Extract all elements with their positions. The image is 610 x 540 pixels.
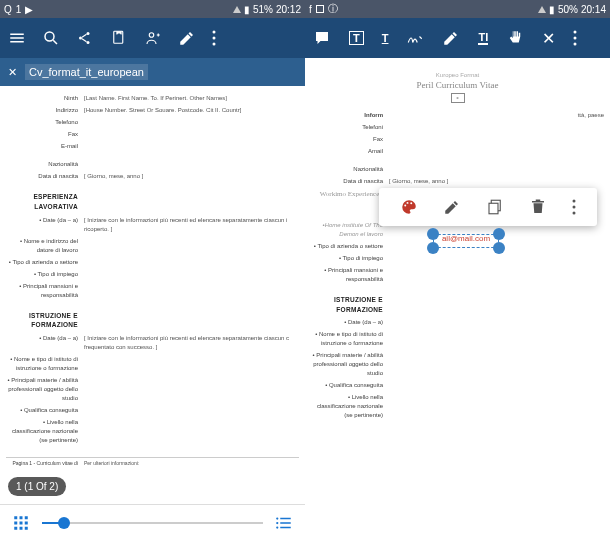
palette-icon[interactable] (400, 198, 418, 216)
field-label: • Principali mansioni e responsabilità (6, 282, 84, 300)
svg-point-24 (404, 205, 406, 207)
field-label: • Qualifica conseguita (311, 381, 389, 390)
share-icon[interactable] (76, 29, 94, 47)
delete-icon[interactable] (529, 198, 547, 216)
status-time: 20:14 (581, 4, 606, 15)
field-label: • Principali materie / abilità professio… (311, 351, 389, 378)
close-tab-icon[interactable]: ✕ (8, 66, 17, 79)
menu-icon[interactable] (8, 29, 26, 47)
list-icon[interactable] (275, 514, 293, 532)
text-insert-icon[interactable]: TI (478, 31, 488, 45)
svg-rect-10 (20, 516, 23, 519)
svg-point-7 (213, 37, 216, 40)
add-user-icon[interactable] (144, 29, 162, 47)
section-title: Istruzione e formazione (311, 295, 389, 315)
field-value: [House Number. Street Or Souare. Postcod… (84, 106, 299, 115)
svg-point-0 (45, 32, 54, 41)
selection-context-menu (379, 188, 597, 226)
resize-handle-br[interactable] (493, 242, 505, 254)
field-label: • Tipo di impiego (311, 254, 389, 263)
field-label: E-mail (6, 142, 84, 151)
svg-point-22 (574, 37, 577, 40)
svg-point-31 (573, 212, 576, 215)
status-bar: Q 1 ▶ ▮ 51% 20:12 (0, 0, 305, 18)
svg-point-8 (213, 43, 216, 46)
status-bar: f ⓘ ▮ 50% 20:14 (305, 0, 610, 18)
field-label: • Tipo di impiego (6, 270, 84, 279)
svg-point-29 (573, 200, 576, 203)
field-label: •Home institute Of The Demon el lavoro (311, 221, 389, 239)
svg-rect-16 (20, 526, 23, 529)
battery-icon: ▮ (244, 4, 250, 15)
status-one: 1 (16, 4, 22, 15)
field-label: • Principali mansioni e responsabilità (311, 266, 389, 284)
field-value: [ Giorno, mese, anno ] (389, 177, 604, 186)
more-icon[interactable] (212, 29, 216, 47)
pencil-icon[interactable] (442, 29, 460, 47)
field-value: [ Iniziare con le informazioni più recen… (84, 216, 299, 234)
section-title: Istruzione e formazione (6, 311, 84, 331)
resize-handle-bl[interactable] (427, 242, 439, 254)
tab-filename: Cv_format_it_european (25, 64, 148, 80)
pan-hand-icon[interactable] (506, 29, 524, 47)
svg-point-25 (406, 202, 408, 204)
signal-icon (233, 6, 241, 13)
svg-point-20 (276, 526, 278, 528)
grid-icon[interactable] (12, 514, 30, 532)
resize-handle-tr[interactable] (493, 228, 505, 240)
resize-handle-tl[interactable] (427, 228, 439, 240)
battery-icon: ▮ (549, 4, 555, 15)
field-label: Indirizzo (6, 106, 84, 115)
field-label: • Tipo di azienda o settore (6, 258, 84, 267)
field-label: Fax (311, 135, 389, 144)
comment-icon[interactable] (313, 29, 331, 47)
svg-point-6 (213, 31, 216, 34)
field-label: Data di nascita (311, 177, 389, 186)
battery-pct: 50% (558, 4, 578, 15)
field-label: • Livello nella classificazione nazional… (6, 418, 84, 445)
svg-point-26 (410, 202, 412, 204)
section-title: Workimo Experience i (311, 189, 389, 200)
text-box-icon[interactable]: T (349, 31, 364, 45)
status-time: 20:12 (276, 4, 301, 15)
section-title: Esperienza lavorativa (6, 192, 84, 212)
search-icon[interactable] (42, 29, 60, 47)
document-tab[interactable]: ✕ Cv_format_it_european (0, 58, 305, 86)
field-label: Data di nascita (6, 172, 84, 181)
field-label: • Date (da – a) (6, 216, 84, 234)
more-annotation-icon[interactable] (572, 198, 576, 216)
field-value: [ Iniziare con le informazioni più recen… (84, 334, 299, 352)
field-label: Ninth (6, 94, 84, 103)
field-label: • Qualifica conseguita (6, 406, 84, 415)
svg-point-18 (276, 517, 278, 519)
edit-annotation-icon[interactable] (443, 198, 461, 216)
header-brand: Kuropeo Format (311, 72, 604, 80)
copy-icon[interactable] (110, 29, 128, 47)
field-label: • Nome e tipo di istituto di istruzione … (311, 330, 389, 348)
footer-info: Per ulteriori informazioni: (84, 460, 299, 468)
document-viewport[interactable]: Kuropeo Format Peril Curriculum Vitae ⚬ … (305, 58, 610, 540)
field-value: ttà, paese (389, 111, 604, 120)
document-viewport[interactable]: Ninth[Last Name. First Name. To. If Peri… (0, 86, 305, 504)
close-icon[interactable]: ✕ (542, 29, 555, 48)
field-label: Amail (311, 147, 389, 156)
text-annotation-selected[interactable]: ail@mail.com (433, 234, 499, 248)
svg-point-2 (87, 32, 90, 35)
page-slider[interactable] (42, 522, 263, 524)
svg-rect-14 (25, 521, 28, 524)
svg-point-1 (79, 37, 82, 40)
footer-page: Pagina 1 - Curriculum vitae di (6, 460, 84, 468)
edit-icon[interactable] (178, 29, 196, 47)
field-label: • Tipo di azienda o settore (311, 242, 389, 251)
svg-rect-17 (25, 526, 28, 529)
signal-icon (538, 6, 546, 13)
signature-icon[interactable] (406, 29, 424, 47)
svg-point-21 (574, 31, 577, 34)
field-value: [ Giorno, mese, anno ] (84, 172, 299, 181)
text-underline-icon[interactable]: T (382, 32, 389, 44)
more-icon[interactable] (573, 29, 577, 47)
svg-rect-11 (25, 516, 28, 519)
page-counter: 1 (1 Of 2) (8, 477, 66, 496)
copy-annotation-icon[interactable] (486, 198, 504, 216)
annotation-toolbar: T T TI ✕ (305, 18, 610, 58)
